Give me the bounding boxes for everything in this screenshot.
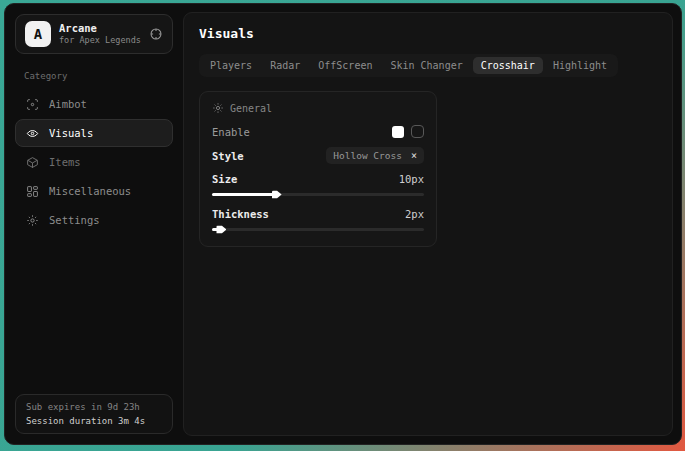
session-duration-text: Session duration 3m 4s	[26, 416, 162, 426]
miscellaneous-grid-icon	[26, 185, 39, 198]
thickness-slider-fill	[212, 228, 220, 231]
crosshair-target-icon[interactable]	[149, 27, 163, 41]
subscription-info-card: Sub expires in 9d 23h Session duration 3…	[15, 394, 173, 434]
sidebar-item-label: Aimbot	[49, 98, 87, 110]
settings-gear-icon	[26, 214, 39, 227]
color-swatch[interactable]	[392, 126, 404, 138]
style-value: Hollow Cross	[333, 150, 402, 161]
tab-radar[interactable]: Radar	[262, 57, 308, 74]
page-title: Visuals	[199, 26, 657, 41]
enable-controls	[392, 125, 424, 138]
style-row: Style Hollow Cross ×	[212, 147, 424, 164]
brand-text: Arcane for Apex Legends	[59, 22, 141, 47]
size-value: 10px	[399, 173, 424, 185]
tab-highlight[interactable]: Highlight	[545, 57, 615, 74]
visuals-eye-icon	[26, 127, 39, 140]
sidebar-item-label: Items	[49, 156, 81, 168]
sidebar-item-items[interactable]: Items	[15, 148, 173, 176]
tab-players[interactable]: Players	[202, 57, 260, 74]
general-sun-icon	[212, 102, 224, 114]
app-window: A Arcane for Apex Legends Category Aimbo…	[4, 3, 682, 445]
style-label: Style	[212, 150, 244, 162]
aimbot-scan-icon	[26, 98, 39, 111]
enable-checkbox[interactable]	[411, 125, 424, 138]
visuals-tabstrip: Players Radar OffScreen Skin Changer Cro…	[199, 54, 618, 77]
size-slider[interactable]	[212, 193, 424, 196]
sidebar-item-visuals[interactable]: Visuals	[15, 119, 173, 147]
tab-crosshair[interactable]: Crosshair	[473, 57, 543, 74]
sidebar-item-aimbot[interactable]: Aimbot	[15, 90, 173, 118]
sidebar-item-miscellaneous[interactable]: Miscellaneous	[15, 177, 173, 205]
thickness-slider-thumb[interactable]	[216, 225, 226, 235]
brand-subtitle: for Apex Legends	[59, 35, 141, 46]
brand-name: Arcane	[59, 22, 141, 36]
sidebar-item-settings[interactable]: Settings	[15, 206, 173, 234]
thickness-label: Thickness	[212, 208, 269, 220]
general-card-header: General	[212, 102, 424, 114]
thickness-value: 2px	[405, 208, 424, 220]
items-package-icon	[26, 156, 39, 169]
size-slider-thumb[interactable]	[272, 190, 282, 200]
sidebar-item-label: Visuals	[49, 127, 93, 139]
size-slider-fill	[212, 193, 276, 196]
size-label: Size	[212, 173, 237, 185]
sidebar: A Arcane for Apex Legends Category Aimbo…	[5, 4, 183, 444]
sub-expiry-text: Sub expires in 9d 23h	[26, 402, 162, 412]
enable-label: Enable	[212, 126, 250, 138]
main-panel: Visuals Players Radar OffScreen Skin Cha…	[183, 12, 673, 436]
tab-skin-changer[interactable]: Skin Changer	[382, 57, 470, 74]
enable-row: Enable	[212, 125, 424, 138]
style-select-chip[interactable]: Hollow Cross ×	[326, 147, 424, 164]
brand-logo: A	[25, 21, 51, 47]
thickness-slider[interactable]	[212, 228, 424, 231]
general-card-title: General	[230, 103, 272, 114]
tab-offscreen[interactable]: OffScreen	[310, 57, 380, 74]
clear-style-icon[interactable]: ×	[411, 151, 417, 161]
category-label: Category	[24, 71, 173, 81]
sidebar-item-label: Miscellaneous	[49, 185, 131, 197]
size-row: Size 10px	[212, 173, 424, 185]
thickness-row: Thickness 2px	[212, 208, 424, 220]
sidebar-item-label: Settings	[49, 214, 100, 226]
general-settings-card: General Enable Style Hollow Cross × Size…	[199, 91, 437, 247]
brand-card: A Arcane for Apex Legends	[15, 14, 173, 54]
